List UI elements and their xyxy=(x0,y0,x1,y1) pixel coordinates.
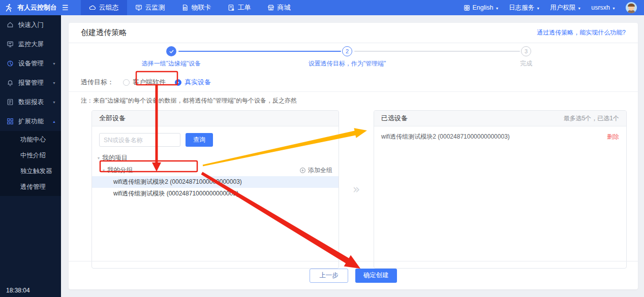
step-number: 3 xyxy=(521,46,531,56)
query-button[interactable]: 查询 xyxy=(186,133,213,147)
device-search-input[interactable] xyxy=(99,133,180,147)
sidebar-item-extended-functions[interactable]: 扩展功能 ▲ xyxy=(0,112,61,131)
help-link[interactable]: 通过透传策略，能实现什么功能? xyxy=(537,28,626,37)
user-avatar[interactable] xyxy=(626,2,637,13)
step-3: 3 完成 xyxy=(465,46,587,68)
previous-step-button[interactable]: 上一步 xyxy=(310,269,348,283)
confirm-create-button[interactable]: 确定创建 xyxy=(355,269,397,283)
nav-tab-work-order[interactable]: 工单 xyxy=(220,0,259,15)
chevron-down-icon: ▼ xyxy=(52,101,56,104)
nav-tab-label: 工单 xyxy=(238,3,251,12)
hamburger-icon[interactable]: ☰ xyxy=(62,4,69,12)
sidebar-item-label: 报警管理 xyxy=(18,79,44,87)
globe-icon xyxy=(464,5,470,11)
selected-devices-title: 已选设备 xyxy=(381,114,408,123)
log-service-menu[interactable]: 日志服务 ▼ xyxy=(509,4,540,12)
all-devices-title: 全部设备 xyxy=(99,114,126,123)
radio-label: 真实设备 xyxy=(185,78,211,87)
device-tree: ▼ 我的项目 ▼ 我的分组 添加全组 wifi透传组测试模块2 (000 xyxy=(92,152,339,200)
submenu-label: 中性介绍 xyxy=(20,151,46,160)
nav-tabs: 云组态 云监测 物联卡 工单 商城 xyxy=(81,0,299,15)
chevron-down-icon: ▼ xyxy=(495,7,499,10)
sidebar-item-quick-start[interactable]: 快速入门 xyxy=(0,15,61,35)
bell-icon xyxy=(7,79,14,86)
sidebar-item-label: 监控大屏 xyxy=(18,40,44,49)
step-1: 选择一组"边缘端"设备 xyxy=(110,46,232,68)
home-icon xyxy=(7,21,14,28)
user-permission-menu[interactable]: 用户权限 ▼ xyxy=(550,4,581,12)
sidebar-item-data-report[interactable]: 数据报表 ▼ xyxy=(0,92,61,112)
language-label: English xyxy=(472,4,493,11)
radio-icon xyxy=(123,79,130,86)
stepper: 选择一组"边缘端"设备 2 设置透传目标，作为"管理端" 3 完成 xyxy=(69,46,638,73)
sidebar-item-label: 扩展功能 xyxy=(18,117,44,126)
monitor-icon xyxy=(135,4,142,11)
radio-label: 客户端软件 xyxy=(133,78,166,87)
nav-tab-mall[interactable]: 商城 xyxy=(259,0,299,15)
device-row-selected[interactable]: wifi透传组测试模块2 (00024871000000000003) xyxy=(92,176,339,188)
nav-tab-label: 云监测 xyxy=(145,3,165,12)
language-selector[interactable]: English ▼ xyxy=(464,4,499,11)
radio-real-device[interactable]: 真实设备 xyxy=(175,78,211,87)
submenu-label: 功能中心 xyxy=(20,136,46,144)
extended-functions-submenu: 功能中心 中性介绍 独立触发器 透传管理 xyxy=(0,131,61,196)
tree-expand-icon[interactable]: ▼ xyxy=(100,169,107,172)
selection-limit-text: 最多选5个，已选1个 xyxy=(564,114,619,123)
tree-node-my-group[interactable]: ▼ 我的分组 添加全组 xyxy=(92,164,339,176)
device-transfer-panels: 全部设备 查询 ▼ 我的项目 ▼ 我的分组 xyxy=(69,108,638,269)
nav-tab-label: 物联卡 xyxy=(192,3,211,12)
step-number: 2 xyxy=(342,46,352,56)
selected-device-name: wifi透传组测试模块2 (00024871000000000003) xyxy=(381,133,510,141)
sidebar: 快速入门 监控大屏 设备管理 ▼ 报警管理 ▼ 数据报表 ▼ 扩展功能 ▲ 功能… xyxy=(0,15,61,297)
top-navbar: 有人云控制台 ☰ 云组态 云监测 物联卡 工单 商城 English ▼ xyxy=(0,0,644,15)
user-permission-label: 用户权限 xyxy=(550,4,575,12)
nav-tab-cloud-monitor[interactable]: 云监测 xyxy=(127,0,173,15)
submenu-item-neutral-intro[interactable]: 中性介绍 xyxy=(0,148,61,163)
submenu-label: 透传管理 xyxy=(20,183,46,191)
submenu-item-function-center[interactable]: 功能中心 xyxy=(0,132,61,148)
radio-client-software[interactable]: 客户端软件 xyxy=(123,78,166,87)
tree-node-my-project[interactable]: ▼ 我的项目 xyxy=(92,152,339,164)
nav-tab-label: 云组态 xyxy=(99,3,119,12)
add-group-button[interactable]: 添加全组 xyxy=(299,166,332,175)
log-service-label: 日志服务 xyxy=(509,4,534,12)
cloud-icon xyxy=(89,4,96,11)
sim-card-icon xyxy=(181,4,189,11)
device-row[interactable]: wifi透传组测试模块 (00024871000000000002) xyxy=(92,188,339,200)
chevron-down-icon: ▼ xyxy=(536,7,540,10)
runner-logo-icon xyxy=(4,3,13,12)
sidebar-item-label: 设备管理 xyxy=(18,59,44,68)
username-menu[interactable]: usrsxh ▼ xyxy=(591,4,616,11)
sidebar-item-device-management[interactable]: 设备管理 ▼ xyxy=(0,54,61,73)
tree-expand-icon[interactable]: ▼ xyxy=(95,156,102,160)
submenu-label: 独立触发器 xyxy=(20,167,52,176)
sidebar-item-alarm-management[interactable]: 报警管理 ▼ xyxy=(0,73,61,92)
pie-chart-icon xyxy=(7,60,14,67)
note-text: 注：来自"边缘端"的每个设备的数据，都将透传给"管理端"的每个设备，反之亦然 xyxy=(69,92,638,108)
sidebar-item-monitor-screen[interactable]: 监控大屏 xyxy=(0,35,61,54)
chevron-down-icon: ▼ xyxy=(52,81,56,85)
step-label: 完成 xyxy=(465,59,587,68)
shop-icon xyxy=(267,4,274,11)
brand-title: 有人云控制台 xyxy=(17,3,57,12)
chevron-down-icon: ▼ xyxy=(612,7,616,10)
submenu-item-independent-trigger[interactable]: 独立触发器 xyxy=(0,163,61,179)
step-check-icon xyxy=(166,46,176,56)
step-2: 2 设置透传目标，作为"管理端" xyxy=(286,46,408,68)
delete-link[interactable]: 删除 xyxy=(607,133,619,141)
nav-tab-iot-card[interactable]: 物联卡 xyxy=(173,0,220,15)
step-label: 选择一组"边缘端"设备 xyxy=(110,59,232,68)
grid-icon xyxy=(7,118,14,125)
double-chevron-right-icon[interactable]: » xyxy=(353,182,360,196)
step-label: 设置透传目标，作为"管理端" xyxy=(286,59,408,68)
create-policy-card: 创建透传策略 通过透传策略，能实现什么功能? 选择一组"边缘端"设备 2 设置透… xyxy=(69,23,638,289)
sidebar-item-label: 快速入门 xyxy=(18,21,44,29)
submenu-item-passthrough-management[interactable]: 透传管理 xyxy=(0,179,61,195)
add-group-label: 添加全组 xyxy=(308,166,332,175)
tree-node-label: 我的分组 xyxy=(107,166,133,175)
plus-circle-icon xyxy=(299,167,306,174)
radio-selected-icon xyxy=(175,79,181,86)
tree-node-label: 我的项目 xyxy=(102,154,128,162)
nav-tab-cloud-scada[interactable]: 云组态 xyxy=(81,0,127,15)
username-label: usrsxh xyxy=(591,4,610,11)
